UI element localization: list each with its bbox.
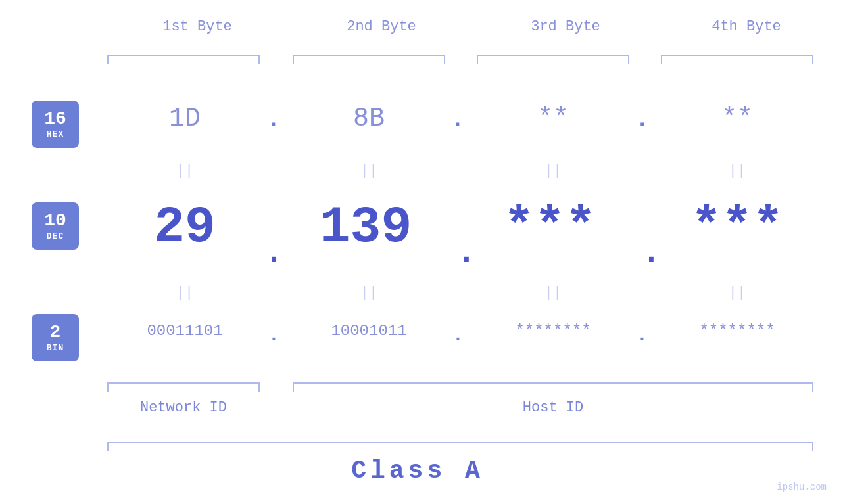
bracket-bot-host: [293, 382, 813, 384]
bracket-br-host: [812, 382, 813, 392]
hex-sep-3: .: [635, 106, 650, 133]
bin-badge-label: BIN: [47, 343, 64, 353]
bin-badge: 2 BIN: [32, 314, 79, 361]
hex-val-1: 1D: [105, 104, 264, 133]
eq-hex-dec-1: ||: [105, 163, 264, 179]
hex-val-2: 8B: [289, 104, 448, 133]
bracket-top-3: [477, 55, 629, 56]
network-id-label: Network ID: [107, 400, 260, 416]
hex-badge-label: HEX: [47, 129, 64, 139]
bracket-top-4: [661, 55, 813, 56]
bracket-tr-3: [628, 55, 629, 64]
bin-val-1: 00011101: [102, 322, 268, 340]
eq-dec-bin-1: ||: [105, 285, 264, 302]
hex-sep-1: .: [266, 106, 281, 133]
eq-dec-bin-2: ||: [289, 285, 448, 302]
hex-badge-number: 16: [44, 109, 66, 129]
dec-val-2: 139: [276, 198, 455, 256]
dec-val-4: ***: [648, 198, 827, 256]
col4-header: 4th Byte: [658, 18, 835, 35]
col1-header: 1st Byte: [105, 18, 289, 35]
bracket-top-1: [107, 55, 260, 56]
bracket-tr-2: [444, 55, 445, 64]
bracket-br-net: [258, 382, 260, 392]
hex-val-4: **: [658, 104, 817, 133]
dec-val-3: ***: [460, 198, 639, 256]
bin-val-3: ********: [470, 322, 636, 340]
hex-badge: 16 HEX: [32, 101, 79, 148]
eq-hex-dec-4: ||: [658, 163, 817, 179]
host-id-label: Host ID: [293, 400, 813, 416]
bracket-bl-net: [107, 382, 109, 392]
bracket-top-2: [293, 55, 445, 56]
bracket-tl-2: [293, 55, 294, 64]
dec-badge: 10 DEC: [32, 202, 79, 250]
bracket-bl-host: [293, 382, 294, 392]
bracket-tr-4: [812, 55, 813, 64]
bin-sep-2: .: [452, 325, 464, 346]
eq-hex-dec-2: ||: [289, 163, 448, 179]
bracket-tl-4: [661, 55, 662, 64]
bracket-tr-1: [258, 55, 260, 64]
bin-val-2: 10001011: [286, 322, 452, 340]
bracket-bot-net: [107, 382, 260, 384]
bracket-tl-3: [477, 55, 478, 64]
hex-val-3: **: [473, 104, 633, 133]
hex-sep-2: .: [450, 106, 465, 133]
dec-val-1: 29: [95, 198, 274, 256]
eq-dec-bin-3: ||: [473, 285, 633, 302]
eq-hex-dec-3: ||: [473, 163, 633, 179]
bracket-tl-1: [107, 55, 109, 64]
col3-header: 3rd Byte: [473, 18, 658, 35]
bracket-full-br: [812, 442, 813, 451]
watermark: ipshu.com: [777, 482, 827, 492]
main-container: 1st Byte 2nd Byte 3rd Byte 4th Byte 16 H…: [0, 0, 845, 504]
bin-sep-1: .: [268, 325, 279, 346]
bin-badge-number: 2: [50, 323, 61, 343]
col2-header: 2nd Byte: [289, 18, 473, 35]
bracket-full-bl: [107, 442, 109, 451]
bin-val-4: ********: [654, 322, 820, 340]
class-label: Class A: [0, 457, 835, 485]
dec-badge-label: DEC: [47, 231, 64, 241]
dec-badge-number: 10: [44, 211, 66, 231]
bracket-full-bot: [107, 442, 813, 443]
bin-sep-3: .: [637, 325, 648, 346]
eq-dec-bin-4: ||: [658, 285, 817, 302]
